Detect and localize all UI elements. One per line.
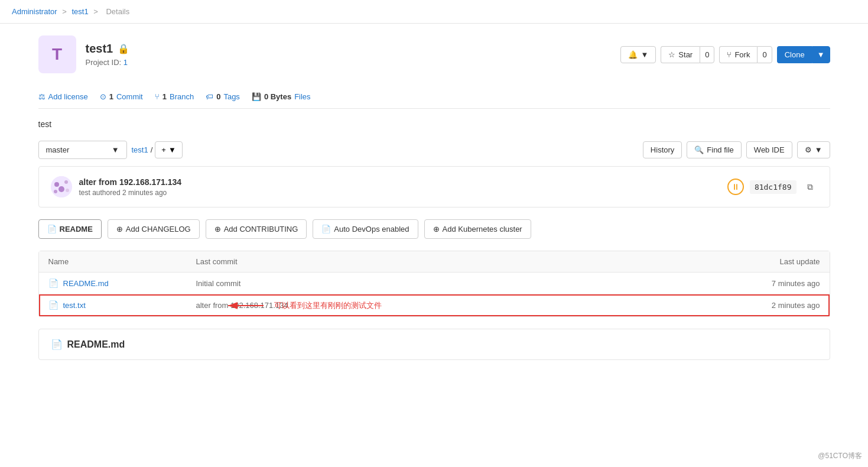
file-name-readme: 📄 README.md — [48, 278, 196, 288]
clone-button[interactable]: Clone — [777, 46, 812, 63]
file-link-readme[interactable]: README.md — [63, 279, 109, 288]
fork-button-group: ⑂ Fork 0 — [719, 46, 772, 63]
project-meta: test1 🔒 Project ID: 1 — [86, 42, 130, 67]
commit-meta: test authored 2 minutes ago — [79, 189, 182, 197]
add-contributing-icon: ⊕ — [214, 225, 221, 234]
branch-dropdown-icon: ▼ — [112, 145, 119, 154]
license-icon: ⚖ — [38, 92, 45, 101]
clone-dropdown-button[interactable]: ▼ — [812, 46, 830, 63]
readme-title-text: README.md — [67, 339, 125, 350]
path-nav: test1 / + ▼ — [132, 141, 183, 158]
table-row: 📄 README.md Initial commit 7 minutes ago — [39, 273, 830, 294]
col-commit: Last commit — [196, 257, 702, 266]
readme-button[interactable]: 📄 README — [38, 219, 102, 239]
star-label: Star — [678, 50, 693, 59]
annotation-container: 📄 README.md Initial commit 7 minutes ago… — [39, 273, 830, 316]
project-title: test1 🔒 — [86, 42, 130, 56]
commit-label: Commit — [116, 92, 143, 101]
notifications-dropdown-icon: ▼ — [641, 50, 648, 59]
branch-name: master — [46, 145, 70, 154]
lock-icon: 🔒 — [118, 43, 129, 54]
star-count[interactable]: 0 — [700, 46, 714, 63]
file-table: Name Last commit Last update 📄 README.md… — [38, 251, 830, 317]
add-path-button[interactable]: + ▼ — [155, 141, 182, 158]
copy-hash-button[interactable]: ⧉ — [802, 180, 818, 194]
branch-selector[interactable]: master ▼ — [38, 141, 127, 159]
add-changelog-label: Add CHANGELOG — [126, 225, 191, 234]
readme-title-icon: 📄 — [51, 339, 63, 350]
auto-devops-button[interactable]: 📄 Auto DevOps enabled — [313, 219, 418, 239]
more-dropdown-icon: ▼ — [815, 145, 823, 154]
col-update: Last update — [702, 257, 820, 266]
commit-action: authored — [92, 189, 122, 197]
file-link-testtxt[interactable]: test.txt — [63, 301, 86, 310]
commit-avatar — [51, 176, 72, 197]
path-sep: / — [151, 145, 153, 154]
project-id-label: Project ID: — [86, 58, 122, 67]
search-icon: 🔍 — [694, 145, 704, 154]
star-icon: ☆ — [668, 50, 675, 59]
commit-msg-testtxt: alter from 192.168.171.134 — [196, 301, 702, 310]
file-icon-readme: 📄 — [48, 278, 58, 288]
readme-section: 📄 README.md — [38, 329, 830, 360]
project-description: test — [38, 115, 830, 141]
files-link[interactable]: 💾 0 Bytes Files — [252, 92, 311, 101]
update-time-testtxt: 2 minutes ago — [702, 301, 820, 310]
star-button-group: ☆ Star 0 — [661, 46, 714, 63]
svg-point-5 — [54, 190, 57, 193]
find-file-button[interactable]: 🔍 Find file — [687, 141, 742, 158]
breadcrumb: Administrator > test1 > Details — [0, 0, 868, 24]
star-button[interactable]: ☆ Star — [661, 46, 700, 63]
file-size-icon: 💾 — [252, 92, 261, 101]
commit-info: alter from 192.168.171.134 test authored… — [38, 166, 830, 207]
branch-icon: ⑂ — [155, 92, 160, 101]
repo-toolbar-right: History 🔍 Find file Web IDE ⚙ ▼ — [643, 141, 830, 158]
project-stats: ⚖ Add license ⊙ 1 Commit ⑂ 1 Branch 🏷 0 … — [38, 85, 830, 109]
readme-title: 📄 README.md — [51, 339, 818, 350]
add-license-link[interactable]: ⚖ Add license — [38, 92, 88, 101]
web-ide-button[interactable]: Web IDE — [746, 141, 792, 158]
more-options-button[interactable]: ⚙ ▼ — [797, 141, 830, 158]
commit-icon: ⊙ — [100, 92, 106, 101]
branch-count: 1 — [162, 92, 167, 101]
project-id-value[interactable]: 1 — [123, 58, 128, 67]
svg-point-4 — [66, 189, 69, 192]
path-repo-link[interactable]: test1 — [132, 145, 148, 154]
fork-count[interactable]: 0 — [757, 46, 772, 63]
col-name: Name — [48, 257, 196, 266]
branches-link[interactable]: ⑂ 1 Branch — [155, 92, 194, 101]
commit-time: 2 minutes ago — [122, 189, 167, 197]
table-row: 📄 test.txt alter from 192.168.171.134 2 … — [39, 294, 830, 316]
find-file-label: Find file — [707, 145, 734, 154]
svg-point-2 — [64, 180, 68, 184]
pause-icon: ⏸ — [732, 182, 740, 192]
add-changelog-button[interactable]: ⊕ Add CHANGELOG — [108, 219, 200, 239]
breadcrumb-repo[interactable]: test1 — [71, 7, 88, 16]
bell-icon: 🔔 — [628, 50, 638, 59]
svg-point-1 — [54, 182, 59, 187]
commit-right: ⏸ 81dc1f89 ⧉ — [727, 179, 818, 195]
kubernetes-icon: ⊕ — [433, 225, 440, 234]
commit-author: test — [79, 189, 90, 197]
breadcrumb-admin[interactable]: Administrator — [12, 7, 57, 16]
svg-point-3 — [58, 186, 64, 192]
file-table-header: Name Last commit Last update — [39, 251, 830, 273]
add-kubernetes-button[interactable]: ⊕ Add Kubernetes cluster — [424, 219, 531, 239]
project-avatar: T — [38, 35, 76, 73]
readme-icon: 📄 — [47, 225, 57, 234]
history-button[interactable]: History — [643, 141, 682, 158]
commits-link[interactable]: ⊙ 1 Commit — [100, 92, 143, 101]
project-actions: 🔔 ▼ ☆ Star 0 ⑂ Fork 0 Clone — [620, 46, 830, 63]
add-contributing-button[interactable]: ⊕ Add CONTRIBUTING — [206, 219, 307, 239]
commit-hash: 81dc1f89 — [750, 180, 797, 194]
plus-icon: + — [161, 145, 166, 154]
readme-label: README — [60, 225, 93, 234]
tag-icon: 🏷 — [206, 92, 213, 101]
breadcrumb-sep-1: > — [62, 7, 69, 16]
file-name-testtxt: 📄 test.txt — [48, 300, 196, 310]
tags-link[interactable]: 🏷 0 Tags — [206, 92, 240, 101]
notifications-button[interactable]: 🔔 ▼ — [620, 46, 656, 63]
fork-icon: ⑂ — [727, 50, 732, 59]
branch-label: Branch — [170, 92, 194, 101]
fork-button[interactable]: ⑂ Fork — [719, 46, 757, 63]
